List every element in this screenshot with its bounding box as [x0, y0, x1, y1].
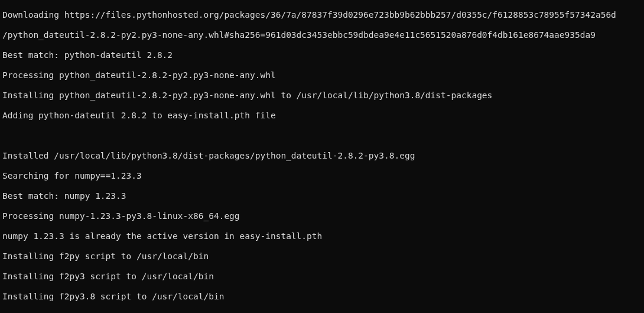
- output-line: [2, 131, 642, 141]
- output-line: Adding python-dateutil 2.8.2 to easy-ins…: [2, 111, 642, 121]
- output-line: Best match: numpy 1.23.3: [2, 191, 642, 201]
- output-line: Downloading https://files.pythonhosted.o…: [2, 10, 642, 20]
- output-line: Installing f2py3 script to /usr/local/bi…: [2, 272, 642, 282]
- terminal-output[interactable]: Downloading https://files.pythonhosted.o…: [2, 0, 642, 313]
- output-line: Searching for numpy==1.23.3: [2, 171, 642, 181]
- output-line: Processing python_dateutil-2.8.2-py2.py3…: [2, 70, 642, 80]
- output-line: numpy 1.23.3 is already the active versi…: [2, 231, 642, 241]
- output-line: Best match: python-dateutil 2.8.2: [2, 50, 642, 60]
- output-line: /python_dateutil-2.8.2-py2.py3-none-any.…: [2, 30, 642, 40]
- output-line: Processing numpy-1.23.3-py3.8-linux-x86_…: [2, 211, 642, 221]
- output-line: Installing python_dateutil-2.8.2-py2.py3…: [2, 91, 642, 101]
- output-line: Installing f2py3.8 script to /usr/local/…: [2, 292, 642, 302]
- output-line: Installing f2py script to /usr/local/bin: [2, 251, 642, 262]
- output-line: Installed /usr/local/lib/python3.8/dist-…: [2, 151, 642, 161]
